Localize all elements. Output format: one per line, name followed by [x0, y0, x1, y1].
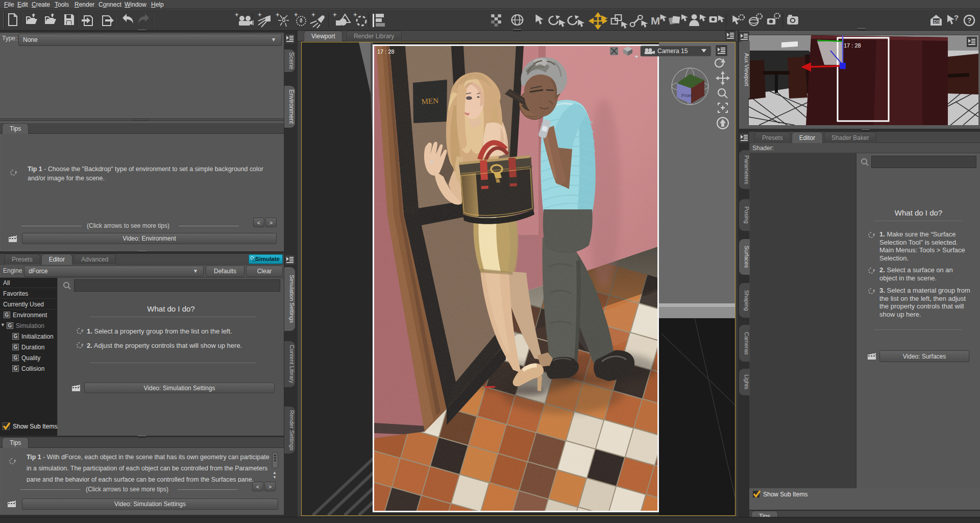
svg-text:17 : 28: 17 : 28 — [377, 49, 395, 55]
svg-text:+: + — [276, 11, 280, 18]
svg-text:DS: DS — [934, 19, 940, 24]
svg-text:?: ? — [967, 16, 972, 25]
svg-text:+: + — [258, 11, 262, 18]
svg-text:+: + — [333, 11, 337, 18]
svg-text:Camera 15: Camera 15 — [657, 47, 688, 55]
svg-text:+: + — [353, 11, 357, 18]
svg-text:M: M — [651, 15, 660, 27]
svg-text:+: + — [235, 11, 239, 18]
svg-text:17 : 28: 17 : 28 — [844, 42, 861, 49]
svg-text:+: + — [311, 11, 315, 18]
svg-text:Front: Front — [681, 92, 693, 98]
svg-text:?: ? — [954, 13, 959, 22]
svg-text:+: + — [294, 11, 298, 18]
